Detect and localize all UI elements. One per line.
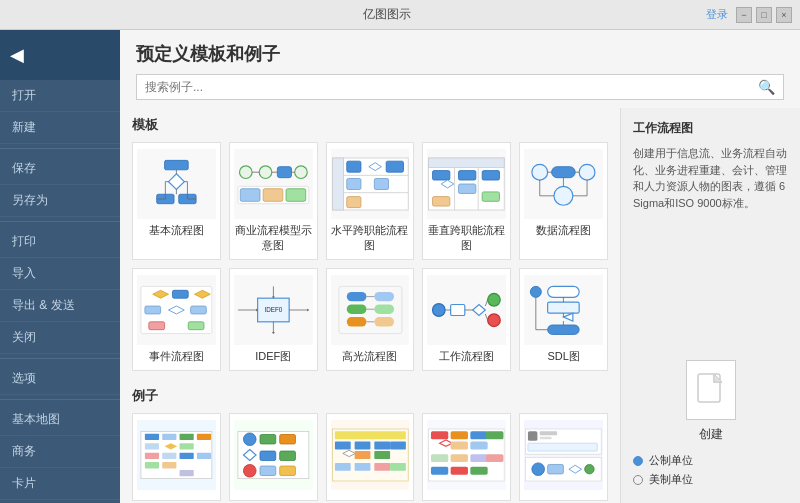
close-window-button[interactable]: × <box>776 7 792 23</box>
svg-rect-79 <box>374 304 394 313</box>
svg-rect-134 <box>390 442 406 450</box>
svg-rect-36 <box>429 158 505 167</box>
example-item-1[interactable] <box>132 413 221 501</box>
svg-rect-62 <box>149 322 165 330</box>
svg-rect-146 <box>486 431 503 439</box>
svg-rect-138 <box>335 463 351 471</box>
sidebar-item-card[interactable]: 卡片 <box>0 468 120 500</box>
imperial-unit-option[interactable]: 美制单位 <box>633 472 788 487</box>
create-file-icon <box>686 360 736 420</box>
template-basic-flow[interactable]: 基本流程图 <box>132 142 221 260</box>
create-button[interactable]: 创建 <box>699 426 723 443</box>
imperial-radio[interactable] <box>633 475 643 485</box>
back-button[interactable]: ◀ <box>10 44 24 66</box>
svg-rect-155 <box>451 467 468 475</box>
svg-rect-115 <box>197 453 211 459</box>
svg-rect-98 <box>548 325 580 334</box>
example-item-3[interactable] <box>326 413 415 501</box>
svg-rect-144 <box>451 431 468 439</box>
metric-unit-option[interactable]: 公制单位 <box>633 453 788 468</box>
svg-rect-42 <box>433 197 450 206</box>
svg-point-120 <box>243 433 256 446</box>
sidebar-item-import[interactable]: 导入 <box>0 258 120 290</box>
example-item-2[interactable] <box>229 413 318 501</box>
svg-point-47 <box>554 186 573 205</box>
svg-rect-122 <box>279 435 295 444</box>
svg-rect-14 <box>277 167 291 178</box>
svg-rect-164 <box>548 464 564 473</box>
template-idef[interactable]: IDEF0 IDEF图 <box>229 268 318 371</box>
svg-rect-112 <box>145 453 159 459</box>
title-bar: 亿图图示 登录 − □ × <box>0 0 800 30</box>
left-sidebar: ◀ 打开 新建 保存 另存为 打印 导入 导出 & 发送 关闭 选项 基本地图 … <box>0 30 120 503</box>
examples-section-title: 例子 <box>132 387 608 405</box>
svg-rect-29 <box>386 161 403 172</box>
svg-point-94 <box>530 286 541 297</box>
svg-rect-116 <box>145 462 159 468</box>
template-work-flow[interactable]: 工作流程图 <box>422 268 511 371</box>
sidebar-item-export[interactable]: 导出 & 发送 <box>0 290 120 322</box>
sidebar-item-basic-map[interactable]: 基本地图 <box>0 404 120 436</box>
template-highlight-flow[interactable]: 高光流程图 <box>326 268 415 371</box>
svg-marker-73 <box>272 332 275 334</box>
svg-rect-127 <box>260 466 276 475</box>
svg-point-126 <box>243 464 256 477</box>
svg-rect-59 <box>145 306 161 314</box>
svg-rect-131 <box>335 442 351 450</box>
app-title: 亿图图示 <box>68 6 706 23</box>
svg-rect-140 <box>374 463 390 471</box>
svg-marker-97 <box>564 313 573 321</box>
template-sdl[interactable]: SDL图 <box>519 268 608 371</box>
svg-rect-63 <box>188 322 204 330</box>
template-idef-label: IDEF图 <box>255 349 291 364</box>
svg-rect-41 <box>459 184 476 193</box>
svg-rect-152 <box>471 454 488 462</box>
svg-rect-148 <box>451 442 468 450</box>
template-data-flow[interactable]: 数据流程图 <box>519 142 608 260</box>
sidebar-item-close[interactable]: 关闭 <box>0 322 120 354</box>
svg-rect-128 <box>279 466 295 475</box>
sidebar-item-save[interactable]: 保存 <box>0 153 120 185</box>
svg-rect-136 <box>354 451 370 459</box>
minimize-button[interactable]: − <box>736 7 752 23</box>
metric-radio[interactable] <box>633 456 643 466</box>
svg-point-13 <box>259 166 272 179</box>
svg-rect-150 <box>431 454 448 462</box>
svg-rect-151 <box>451 454 468 462</box>
svg-rect-27 <box>346 161 360 172</box>
svg-rect-105 <box>145 434 159 440</box>
sidebar-item-saveas[interactable]: 另存为 <box>0 185 120 217</box>
svg-rect-32 <box>346 197 360 208</box>
sidebar-item-business[interactable]: 商务 <box>0 436 120 468</box>
search-input[interactable] <box>145 80 758 94</box>
imperial-label: 美制单位 <box>649 472 693 487</box>
template-swimlane-h[interactable]: 水平跨职能流程图 <box>326 142 415 260</box>
svg-rect-117 <box>162 462 176 468</box>
panel-description: 创建用于信息流、业务流程自动化、业务进程重建、会计、管理和人力资源人物的图表，遵… <box>633 145 788 211</box>
page-title: 预定义模板和例子 <box>136 42 784 66</box>
svg-rect-0 <box>165 160 189 169</box>
sidebar-item-new[interactable]: 新建 <box>0 112 120 144</box>
svg-point-12 <box>239 166 252 179</box>
sidebar-item-print[interactable]: 打印 <box>0 226 120 258</box>
svg-rect-30 <box>346 178 360 189</box>
svg-rect-57 <box>172 290 188 298</box>
example-item-4[interactable] <box>422 413 511 501</box>
template-business-flow[interactable]: 商业流程模型示意图 <box>229 142 318 260</box>
svg-rect-133 <box>374 442 390 450</box>
metric-label: 公制单位 <box>649 453 693 468</box>
svg-marker-1 <box>169 174 185 190</box>
template-swimlane-v[interactable]: 垂直跨职能流程图 <box>422 142 511 260</box>
svg-point-88 <box>488 314 501 327</box>
svg-rect-108 <box>197 434 211 440</box>
template-event-flow[interactable]: 事件流程图 <box>132 268 221 371</box>
login-button[interactable]: 登录 <box>706 7 728 22</box>
svg-rect-130 <box>335 431 406 439</box>
svg-rect-143 <box>431 431 448 439</box>
maximize-button[interactable]: □ <box>756 7 772 23</box>
example-item-5[interactable] <box>519 413 608 501</box>
svg-rect-125 <box>279 451 295 460</box>
sidebar-item-options[interactable]: 选项 <box>0 363 120 395</box>
sidebar-item-open[interactable]: 打开 <box>0 80 120 112</box>
svg-marker-71 <box>307 308 309 311</box>
